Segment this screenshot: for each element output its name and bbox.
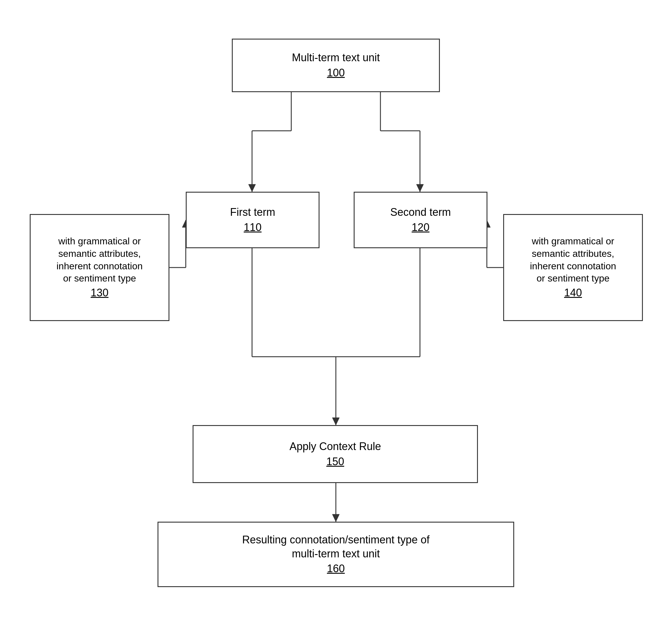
node-100: Multi-term text unit 100 [232,39,440,92]
node-150-label: Apply Context Rule [290,440,381,454]
node-100-label: Multi-term text unit [292,51,380,65]
svg-marker-3 [248,184,255,192]
svg-marker-17 [332,418,339,425]
node-110-ref: 110 [244,221,262,234]
node-160: Resulting connotation/sentiment type ofm… [158,522,514,587]
node-120: Second term 120 [354,192,487,248]
node-130: with grammatical orsemantic attributes,i… [30,214,170,321]
svg-marker-21 [332,514,339,522]
node-120-label: Second term [390,205,451,219]
node-110-label: First term [230,205,275,219]
node-150-ref: 150 [326,455,344,469]
node-100-ref: 100 [327,66,345,80]
node-140-ref: 140 [564,286,582,300]
node-110: First term 110 [186,192,320,248]
node-140: with grammatical orsemantic attributes,i… [503,214,643,321]
svg-marker-7 [417,184,424,192]
node-160-label: Resulting connotation/sentiment type ofm… [242,533,429,561]
node-120-ref: 120 [412,221,429,234]
node-130-ref: 130 [91,286,108,300]
diagram: Multi-term text unit 100 First term 110 … [0,0,672,640]
node-150: Apply Context Rule 150 [193,425,478,483]
node-160-ref: 160 [327,562,345,576]
node-130-label: with grammatical orsemantic attributes,i… [57,235,143,285]
node-140-label: with grammatical orsemantic attributes,i… [530,235,616,285]
